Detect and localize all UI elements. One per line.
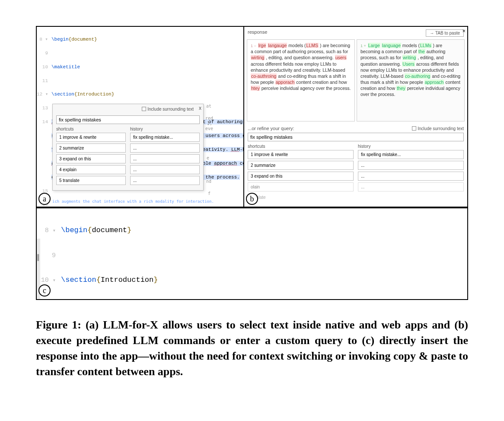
badge-a: a <box>38 193 51 205</box>
history-option[interactable]: fix spelling mistake... <box>358 150 464 159</box>
badge-b: b <box>246 193 258 205</box>
include-surrounding-checkbox[interactable]: Include surrounding text <box>412 126 464 131</box>
shortcut-option[interactable]: 3 expand on this <box>56 154 126 163</box>
history-option[interactable]: ... <box>130 154 200 163</box>
shortcut-option[interactable]: 4 explain <box>56 165 126 174</box>
shortcut-option[interactable]: 5 translate <box>56 176 126 185</box>
history-header: history <box>358 144 464 149</box>
history-option[interactable]: ... <box>130 165 200 174</box>
query-input[interactable] <box>56 115 200 124</box>
shortcut-option[interactable]: 1 improve & rewrite <box>56 133 126 142</box>
figure-composite: 8 ▾\begin{document} 9 10\maketitle 11 12… <box>36 26 468 300</box>
close-icon[interactable]: x <box>199 105 201 111</box>
figure-caption: Figure 1: (a) LLM-for-X allows users to … <box>36 317 468 380</box>
history-option[interactable]: ... <box>358 182 464 191</box>
diff-pane: 1 −lrge langauge models (LLMS ) are beco… <box>244 39 467 121</box>
badge-c: c <box>38 284 51 297</box>
shortcut-option[interactable]: 3 expand on this <box>248 172 354 181</box>
editor-c: 8 ▾\begin{document} 9 10 ▾\section{Intro… <box>37 208 467 299</box>
shortcuts-header: shortcuts <box>248 144 354 149</box>
history-option[interactable]: ... <box>130 144 200 153</box>
panel-c: ■■■■■ 8 ▾\begin{document} 9 10 ▾\section… <box>37 208 467 299</box>
include-surrounding-checkbox[interactable]: Include surrounding text <box>142 107 194 112</box>
shortcut-option[interactable]: ranslate <box>248 193 354 201</box>
diff-column-revised: 1 +Large language models (LLMs ) are bec… <box>357 39 465 121</box>
response-label: response <box>248 29 267 37</box>
shortcut-option[interactable]: 2 summarize <box>248 161 354 170</box>
query-popup-a: x Include surrounding text shortcuts 1 i… <box>52 104 204 191</box>
panel-a: 8 ▾\begin{document} 9 10\maketitle 11 12… <box>37 27 244 207</box>
history-option[interactable]: fix spelling mistake... <box>130 133 200 142</box>
history-option[interactable]: ... <box>130 176 200 185</box>
diff-column-original: 1 −lrge langauge models (LLMS ) are beco… <box>247 39 355 121</box>
refine-label: ...or refine your query: <box>248 126 294 131</box>
tab-to-paste-button[interactable]: → TAB to paste <box>426 29 464 37</box>
shortcuts-header: shortcuts <box>56 127 126 131</box>
history-option[interactable]: ... <box>358 161 464 170</box>
history-option[interactable]: ... <box>358 172 464 181</box>
shortcut-option[interactable]: olain <box>248 182 354 191</box>
panel-b: × response → TAB to paste 1 −lrge langau… <box>244 27 467 207</box>
history-header: history <box>130 127 200 131</box>
shortcut-option[interactable]: 2 summarize <box>56 144 126 153</box>
editor-footer-text: ich augments the chat interface with a r… <box>52 199 214 204</box>
refine-query-input[interactable] <box>248 133 464 141</box>
shortcut-option[interactable]: 1 improve & rewrite <box>248 150 354 159</box>
close-icon[interactable]: × <box>462 28 466 34</box>
